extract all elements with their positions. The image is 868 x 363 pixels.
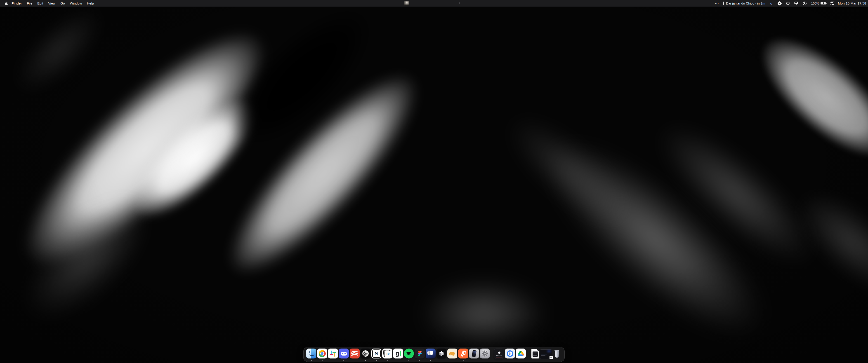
slack-icon — [328, 349, 338, 359]
chrome-icon — [317, 349, 327, 359]
battery-nub — [827, 3, 827, 4]
dock-chrome[interactable] — [317, 348, 328, 362]
battery-body — [820, 2, 826, 5]
apple-menu[interactable] — [4, 1, 8, 5]
raycast-icon: raycast — [494, 349, 504, 359]
running-indicator — [387, 360, 388, 361]
avatar-shadow — [404, 4, 409, 6]
postico-icon — [447, 349, 457, 359]
dock: N 10 g — [303, 347, 565, 362]
running-indicator — [430, 360, 431, 361]
dock-blue-cards-app[interactable] — [425, 348, 436, 362]
menu-window[interactable]: Window — [67, 0, 84, 6]
todoist-icon — [350, 349, 360, 359]
display-icon[interactable] — [794, 1, 798, 5]
dock-onepassword[interactable] — [504, 348, 515, 362]
menu-list: FinderFileEditViewGoWindowHelp — [9, 0, 96, 6]
notion-icon: N — [371, 349, 381, 359]
charging-bolt-icon — [822, 2, 825, 5]
dock-linear[interactable] — [360, 348, 371, 362]
document-file-icon — [531, 349, 539, 359]
dock-system-settings[interactable] — [479, 348, 490, 362]
apple-logo-icon — [4, 1, 8, 5]
minimized-window-thumbnail: 10 — [540, 350, 552, 359]
battery-icon[interactable] — [820, 2, 826, 5]
blue-cards-app-icon — [426, 349, 436, 359]
running-indicator — [365, 360, 366, 361]
overflow-dots-icon[interactable]: ••• — [715, 2, 719, 5]
menubar-grip-icon[interactable] — [460, 2, 462, 4]
dock-notion[interactable]: N — [371, 348, 382, 362]
desktop-wallpaper[interactable] — [0, 0, 868, 363]
event-text[interactable]: Dar jantar do Chico · in 2m — [726, 2, 765, 5]
dock-granola[interactable]: g — [393, 348, 403, 362]
onepassword-menubar-icon[interactable] — [803, 1, 807, 5]
dock-document-file[interactable] — [530, 348, 540, 362]
dock-figma[interactable] — [414, 348, 425, 362]
running-indicator — [343, 360, 344, 361]
battery-percent: 100% — [811, 2, 819, 5]
menu-help[interactable]: Help — [85, 0, 96, 6]
iphone-mirroring-icon — [469, 349, 479, 359]
shield-icon[interactable] — [786, 2, 790, 5]
dock-minimized-window[interactable]: 10 — [540, 348, 551, 362]
running-indicator — [322, 360, 322, 361]
dock-notion-calendar[interactable]: 10 — [382, 348, 393, 362]
linear-icon — [361, 349, 370, 359]
running-indicator — [419, 360, 420, 361]
event-indicator-bar — [723, 2, 724, 5]
menu-edit[interactable]: Edit — [35, 0, 46, 6]
control-center-icon[interactable] — [831, 2, 834, 5]
granola-menubar-icon[interactable]: g — [770, 1, 773, 5]
dock-finder[interactable] — [306, 348, 317, 362]
dock-todoist[interactable] — [349, 348, 360, 362]
menu-view[interactable]: View — [46, 0, 58, 6]
menubar-clock[interactable]: Mon 10 Mar 17:58 — [838, 1, 866, 5]
trash-icon — [553, 349, 560, 359]
wallpaper-vignette — [0, 0, 868, 363]
dock-postman[interactable] — [458, 348, 469, 362]
granola-glyph: g — [770, 1, 772, 5]
onepassword-glyph — [803, 1, 807, 5]
menu-go[interactable]: Go — [58, 0, 67, 6]
shield-glyph — [786, 2, 790, 5]
dock-postico[interactable] — [447, 348, 458, 362]
menu-bar-status: ••• Dar jantar do Chico · in 2m g — [715, 0, 866, 6]
dock-items: N 10 g — [303, 347, 565, 362]
system-settings-icon — [480, 349, 490, 359]
dock-iphone-mirroring[interactable] — [469, 348, 479, 362]
figma-icon — [415, 349, 425, 359]
gem-3d-app-icon — [436, 349, 446, 359]
notion-calendar-icon: 10 — [382, 349, 392, 359]
flower-glyph — [778, 1, 782, 5]
postman-icon — [458, 349, 468, 359]
menu-file[interactable]: File — [24, 0, 35, 6]
running-indicator — [408, 360, 409, 361]
desktop: FinderFileEditViewGoWindowHelp ••• Dar j… — [0, 0, 868, 363]
spotify-icon — [404, 349, 414, 359]
dock-trash[interactable] — [551, 348, 562, 362]
menubar-avatar[interactable] — [404, 1, 409, 6]
running-indicator — [311, 360, 312, 361]
dock-slack[interactable] — [328, 348, 338, 362]
finder-icon — [306, 349, 316, 359]
dock-google-drive[interactable] — [515, 348, 526, 362]
discord-icon — [339, 349, 349, 359]
google-drive-icon — [516, 349, 526, 359]
dock-separator — [528, 350, 528, 360]
onepassword-icon — [505, 349, 515, 359]
menu-finder[interactable]: Finder — [9, 0, 24, 6]
running-indicator — [463, 360, 464, 361]
menu-bar: FinderFileEditViewGoWindowHelp ••• Dar j… — [0, 0, 868, 7]
avatar-highlight — [405, 1, 408, 4]
display-glyph — [794, 1, 798, 5]
granola-icon: g — [393, 349, 403, 359]
dock-discord[interactable] — [338, 348, 349, 362]
dock-raycast[interactable]: raycast — [494, 348, 504, 362]
dock-spotify[interactable] — [403, 348, 414, 362]
running-indicator — [376, 360, 377, 361]
menu-bar-left: FinderFileEditViewGoWindowHelp — [0, 0, 96, 6]
dock-gem-3d-app[interactable] — [436, 348, 447, 362]
flower-icon[interactable] — [778, 1, 782, 5]
